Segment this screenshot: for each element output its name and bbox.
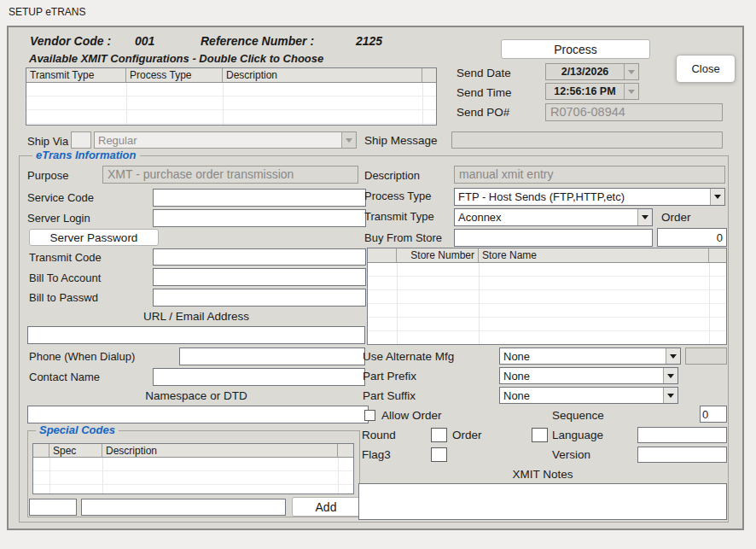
purpose-label: Purpose	[27, 169, 68, 182]
ship-via-code-field	[71, 131, 91, 149]
add-button[interactable]: Add	[292, 497, 360, 517]
service-code-label: Service Code	[27, 191, 94, 204]
order-flag-field[interactable]	[532, 428, 548, 442]
send-date-combo: 2/13/2026	[545, 63, 639, 80]
column-header: Transmit Type	[26, 68, 126, 82]
order-count-field[interactable]	[657, 228, 727, 247]
close-button[interactable]: Close	[676, 55, 736, 83]
setup-etrans-dialog: Vendor Code : 001 Reference Number : 212…	[7, 26, 744, 530]
version-label: Version	[552, 448, 590, 461]
window-title: SETUP eTRANS	[9, 6, 85, 18]
special-codes-table-header: Spec Description	[33, 444, 353, 458]
server-login-label: Server Login	[27, 212, 90, 225]
part-suffix-value: None	[500, 388, 663, 403]
special-codes-table[interactable]: Spec Description	[32, 443, 354, 494]
etrans-group-legend: eTrans Information	[32, 149, 140, 161]
spec-code-input[interactable]	[29, 499, 77, 516]
ship-via-label: Ship Via	[27, 135, 68, 148]
chevron-down-icon[interactable]	[710, 189, 724, 205]
column-header-spacer	[368, 248, 397, 262]
round-label: Round	[362, 429, 396, 441]
phone-dialup-field[interactable]	[179, 348, 365, 365]
round-field[interactable]	[431, 428, 447, 442]
spec-description-input[interactable]	[81, 499, 286, 516]
sequence-field[interactable]	[700, 406, 727, 423]
order-label: Order	[661, 211, 691, 224]
reference-number-label: Reference Number :	[201, 34, 314, 48]
use-alternate-mfg-combo[interactable]: None	[499, 348, 681, 365]
column-header-spacer	[33, 444, 49, 457]
process-type-combo[interactable]: FTP - Host Sends (FTP,HTTP,etc)	[454, 188, 725, 206]
transmit-type-value: Aconnex	[455, 210, 637, 225]
use-alternate-mfg-label: Use Alternate Mfg	[363, 350, 454, 363]
vendor-code-label: Vendor Code :	[30, 34, 111, 48]
send-time-value: 12:56:16 PM	[546, 85, 624, 98]
namespace-dtd-field[interactable]	[27, 406, 369, 423]
transmit-code-field[interactable]	[153, 248, 366, 266]
send-time-label: Send Time	[457, 86, 512, 99]
xmit-config-table[interactable]: Transmit Type Process Type Description	[26, 67, 437, 126]
column-header-spacer	[338, 444, 353, 457]
send-date-label: Send Date	[457, 67, 511, 79]
column-header: Store Name	[479, 248, 709, 262]
column-header-spacer	[422, 68, 436, 82]
chevron-down-icon	[341, 132, 356, 148]
special-codes-legend: Special Codes	[36, 423, 119, 436]
buy-from-store-label: Buy From Store	[364, 231, 442, 244]
namespace-dtd-label: Namespace or DTD	[26, 389, 367, 402]
xmit-notes-textarea[interactable]	[358, 483, 727, 520]
xmit-config-table-header: Transmit Type Process Type Description	[26, 68, 436, 83]
purpose-field: XMT - purchase order transmission	[102, 166, 358, 184]
part-prefix-combo[interactable]: None	[499, 367, 678, 384]
version-field[interactable]	[637, 447, 727, 463]
reference-number-value: 2125	[356, 34, 382, 48]
server-password-button[interactable]: Server Password	[29, 229, 159, 246]
buy-from-store-field[interactable]	[454, 229, 653, 247]
chevron-down-icon	[624, 64, 638, 79]
store-table-header: Store Number Store Name	[368, 248, 726, 263]
chevron-down-icon	[624, 84, 638, 99]
transmit-type-label: Transmit Type	[364, 210, 434, 223]
language-label: Language	[552, 429, 603, 441]
transmit-type-combo[interactable]: Aconnex	[454, 208, 653, 226]
part-suffix-combo[interactable]: None	[499, 387, 678, 404]
xmit-configs-hint: Available XMIT Configurations - Double C…	[29, 52, 323, 65]
xmit-config-table-body[interactable]	[26, 83, 436, 125]
send-po-label: Send PO#	[457, 106, 509, 119]
store-table[interactable]: Store Number Store Name	[367, 248, 727, 345]
url-email-field[interactable]	[27, 326, 365, 344]
bill-to-account-field[interactable]	[153, 268, 366, 286]
chevron-down-icon[interactable]	[637, 209, 652, 225]
chevron-down-icon[interactable]	[663, 368, 677, 383]
ship-message-label: Ship Message	[364, 134, 438, 147]
chevron-down-icon[interactable]	[666, 348, 680, 364]
special-codes-table-body[interactable]	[33, 458, 353, 494]
url-email-label: URL / Email Address	[26, 310, 367, 323]
allow-order-label: Allow Order	[381, 409, 442, 422]
server-login-field[interactable]	[153, 209, 366, 227]
xmit-notes-label: XMIT Notes	[358, 468, 727, 481]
column-header: Store Number	[397, 248, 479, 262]
description-label: Description	[364, 169, 420, 182]
language-field[interactable]	[637, 427, 727, 443]
contact-name-field[interactable]	[153, 368, 365, 386]
ship-via-value: Regular	[95, 133, 341, 148]
use-alternate-mfg-value: None	[500, 349, 666, 364]
column-header: Process Type	[126, 68, 223, 82]
order-flag-label: Order	[452, 429, 482, 441]
allow-order-checkbox[interactable]	[364, 410, 375, 421]
description-field: manual xmit entry	[454, 166, 725, 184]
store-table-body[interactable]	[368, 263, 726, 344]
part-suffix-label: Part Suffix	[363, 389, 416, 402]
process-type-value: FTP - Host Sends (FTP,HTTP,etc)	[455, 190, 710, 204]
chevron-down-icon[interactable]	[663, 388, 677, 403]
vendor-code-value: 001	[135, 34, 154, 48]
send-date-value: 2/13/2026	[546, 65, 624, 79]
service-code-field[interactable]	[153, 189, 366, 207]
column-header: Description	[102, 444, 338, 457]
part-prefix-label: Part Prefix	[363, 370, 416, 383]
contact-name-label: Contact Name	[29, 371, 100, 383]
bill-to-passwd-field[interactable]	[153, 289, 366, 307]
process-button[interactable]: Process	[501, 39, 650, 59]
flag3-field[interactable]	[431, 447, 447, 462]
